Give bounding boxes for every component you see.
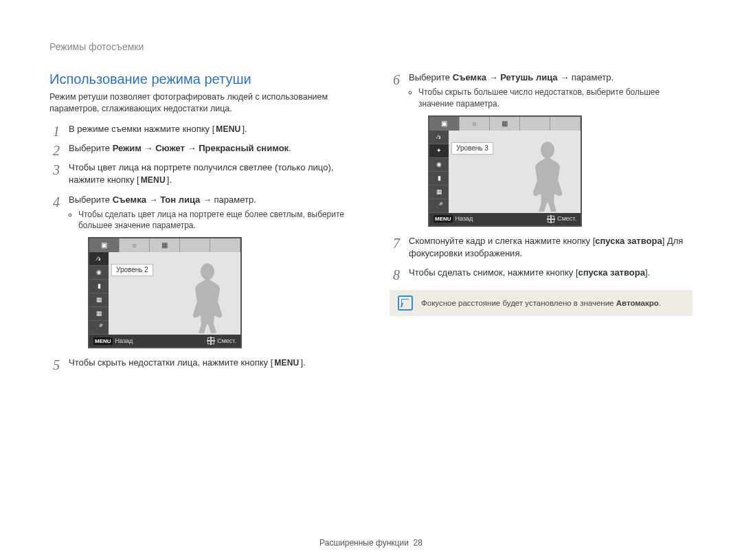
step-1: 1 В режиме съемки нажмите кнопку [MENU]. xyxy=(49,123,352,135)
step-number: 1 xyxy=(49,122,63,141)
step-text: В режиме съемки нажмите кнопку [ xyxy=(69,124,214,134)
note-text-part: Фокусное расстояние будет установлено в … xyxy=(421,299,616,307)
lcd-tabs: ▣ ☼ ▦ xyxy=(89,238,240,252)
step-2: 2 Выберите Режим → Сюжет → Прекрасный сн… xyxy=(49,142,352,155)
lcd-move: Смест. xyxy=(543,214,581,223)
note-text-bold: Автомакро xyxy=(616,299,659,307)
level-indicator: Уровень 2 xyxy=(111,264,153,276)
lcd-back: MENUНазад xyxy=(429,214,543,223)
step-7: 7 Скомпонуйте кадр и слегка нажмите кноп… xyxy=(390,235,693,260)
step-bullets: Чтобы скрыть большее число недостатков, … xyxy=(409,87,693,110)
lcd-back: MENUНазад xyxy=(89,337,203,346)
step-text: Выберите xyxy=(69,194,113,205)
lcd-preview: Уровень 2 xyxy=(109,252,240,335)
lcd-tab xyxy=(180,238,210,252)
steps-left: 1 В режиме съемки нажмите кнопку [MENU].… xyxy=(49,123,352,370)
lcd-tab xyxy=(210,238,240,252)
step-number: 4 xyxy=(49,192,63,212)
lcd-tab: ☼ xyxy=(460,117,490,131)
lcd-footer: MENUНазад Смест. xyxy=(89,335,240,347)
step-text-after: ]. xyxy=(300,357,305,368)
step-text: Чтобы скрыть недостатки лица, нажмите кн… xyxy=(69,357,273,368)
lcd-move-label: Смест. xyxy=(557,214,576,223)
lcd-move-label: Смест. xyxy=(217,337,236,346)
page: Режимы фотосъемки Использование режима р… xyxy=(0,0,742,560)
step-bold: спуска затвора xyxy=(578,267,645,278)
bullet: Чтобы сделать цвет лица на портрете еще … xyxy=(78,209,352,232)
step-4: 4 Выберите Съемка → Тон лица → параметр.… xyxy=(49,194,352,349)
step-6: 6 Выберите Съемка → Ретушь лица → параме… xyxy=(390,71,693,227)
step-text-after: ]. xyxy=(645,267,650,278)
step-number: 6 xyxy=(390,70,403,89)
lcd-preview: Уровень 3 xyxy=(449,131,581,213)
breadcrumb: Режимы фотосъемки xyxy=(49,41,693,52)
lcd-sidebar: ⁄₃ ◉ ▮ ▦ ▦ 🎤 xyxy=(89,252,109,335)
lcd-side-item: 🎤 xyxy=(89,321,109,335)
lcd-back-label: Назад xyxy=(456,214,473,223)
lcd-tab xyxy=(550,117,581,131)
lcd-side-item: ✦ xyxy=(429,144,449,158)
step-text-after: → параметр. xyxy=(558,72,614,82)
lcd-side-item: ▦ xyxy=(89,293,109,307)
step-bold: Режим → Сюжет → Прекрасный снимок xyxy=(113,143,289,153)
lcd-side-item: ⁄₃ xyxy=(89,252,109,266)
menu-icon: MENU xyxy=(434,215,453,223)
step-text: Чтобы цвет лица на портрете получился св… xyxy=(69,162,333,185)
step-bold: спуска затвора xyxy=(595,236,662,246)
person-silhouette-icon xyxy=(523,137,571,213)
camera-lcd: ▣ ☼ ▦ ⁄₃ ✦ ◉ ▮ ▦ xyxy=(428,115,582,227)
footer-label: Расширенные функции xyxy=(319,538,409,548)
lcd-body: ⁄₃ ◉ ▮ ▦ ▦ 🎤 Уровень 2 xyxy=(89,252,240,335)
step-5: 5 Чтобы скрыть недостатки лица, нажмите … xyxy=(49,357,352,369)
lcd-side-item: ▦ xyxy=(429,186,449,199)
page-footer: Расширенные функции 28 xyxy=(0,538,742,548)
lcd-tab: ▦ xyxy=(150,238,180,252)
lcd-tab: ▣ xyxy=(429,117,460,131)
content-columns: Использование режима ретуши Режим ретуши… xyxy=(49,71,693,376)
step-bullets: Чтобы сделать цвет лица на портрете еще … xyxy=(69,209,352,232)
lcd-side-item: 🎤 xyxy=(429,199,449,213)
menu-icon: MENU xyxy=(93,337,113,345)
step-number: 3 xyxy=(49,160,63,179)
lcd-back-label: Назад xyxy=(115,337,133,346)
lcd-sidebar: ⁄₃ ✦ ◉ ▮ ▦ 🎤 xyxy=(429,131,449,213)
lcd-tab: ▣ xyxy=(89,238,120,252)
menu-icon: MENU xyxy=(214,124,242,135)
person-silhouette-icon xyxy=(183,259,231,335)
menu-icon: MENU xyxy=(273,357,300,369)
section-title: Использование режима ретуши xyxy=(49,71,352,87)
step-3: 3 Чтобы цвет лица на портрете получился … xyxy=(49,161,352,186)
lcd-move: Смест. xyxy=(203,337,240,346)
lcd-body: ⁄₃ ✦ ◉ ▮ ▦ 🎤 Уровень 3 xyxy=(429,131,581,213)
lcd-side-item: ◉ xyxy=(89,266,109,280)
camera-lcd: ▣ ☼ ▦ ⁄₃ ◉ ▮ ▦ ▦ xyxy=(88,237,242,348)
note-text-part: . xyxy=(659,299,661,307)
note-text: Фокусное расстояние будет установлено в … xyxy=(421,299,661,307)
level-indicator: Уровень 3 xyxy=(451,142,493,155)
step-text: Скомпонуйте кадр и слегка нажмите кнопку… xyxy=(409,236,595,246)
step-bold: Съемка → Ретушь лица xyxy=(453,72,558,82)
step-number: 5 xyxy=(49,355,63,374)
lcd-side-item: ▮ xyxy=(89,280,109,293)
step-8: 8 Чтобы сделать снимок, нажмите кнопку [… xyxy=(390,267,693,279)
step-bold: Съемка → Тон лица xyxy=(113,194,201,205)
note-icon xyxy=(398,295,413,311)
lcd-side-item: ◉ xyxy=(429,158,449,172)
step-number: 2 xyxy=(49,141,63,160)
steps-right: 6 Выберите Съемка → Ретушь лица → параме… xyxy=(390,71,693,279)
step-text-after: ]. xyxy=(167,175,172,185)
lcd-tab: ☼ xyxy=(120,238,150,252)
menu-icon: MENU xyxy=(139,175,167,186)
lcd-tab: ▦ xyxy=(490,117,520,131)
lcd-side-item: ⁄₃ xyxy=(429,131,449,144)
step-text: Выберите xyxy=(69,143,113,153)
intro-text: Режим ретуши позволяет фотографировать л… xyxy=(49,91,352,115)
lcd-side-item: ▮ xyxy=(429,172,449,186)
step-text-after: . xyxy=(289,143,291,153)
right-column: 6 Выберите Съемка → Ретушь лица → параме… xyxy=(390,71,693,376)
step-text: Выберите xyxy=(409,72,453,82)
lcd-footer: MENUНазад Смест. xyxy=(429,213,581,225)
dpad-icon xyxy=(207,337,214,344)
lcd-tab xyxy=(520,117,550,131)
dpad-icon xyxy=(548,216,554,223)
